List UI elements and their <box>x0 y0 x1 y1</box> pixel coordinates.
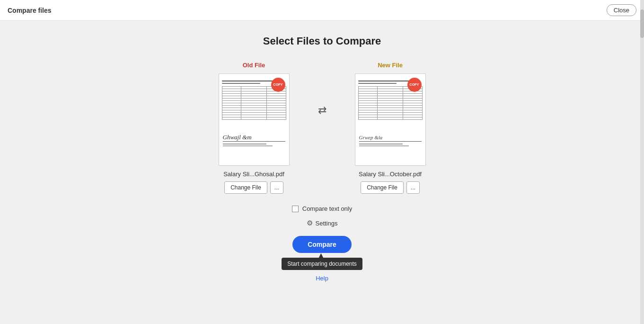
new-file-preview: COPY <box>355 73 426 166</box>
new-doc-signature: Grwep &la <box>359 135 422 146</box>
gear-icon: ⚙ <box>307 219 313 227</box>
old-file-panel: Old File COPY <box>219 62 290 194</box>
main-content: Select Files to Compare Old File COPY <box>0 21 644 324</box>
compare-text-only-checkbox[interactable] <box>292 206 299 212</box>
header: Compare files Close <box>0 0 644 21</box>
page-title: Select Files to Compare <box>263 35 381 47</box>
scrollbar[interactable] <box>640 0 644 324</box>
scrollbar-thumb <box>640 9 644 38</box>
settings-row[interactable]: ⚙ Settings <box>307 219 338 227</box>
compare-text-only-row: Compare text only <box>292 205 353 212</box>
new-change-file-button[interactable]: Change File <box>361 181 404 194</box>
new-file-name: Salary Sli...October.pdf <box>359 171 422 178</box>
old-file-preview-inner: COPY <box>219 74 289 165</box>
new-file-panel: New File COPY <box>355 62 426 194</box>
old-file-actions: Change File ... <box>224 181 283 194</box>
old-file-preview: COPY <box>219 73 290 166</box>
compare-section: Compare ▲ Start comparing documents <box>282 236 362 270</box>
compare-tooltip: Start comparing documents <box>282 258 362 270</box>
help-link[interactable]: Help <box>316 275 328 282</box>
old-change-file-button[interactable]: Change File <box>224 181 267 194</box>
old-file-label: Old File <box>243 62 265 69</box>
app-title: Compare files <box>8 7 52 14</box>
old-doc-signature: Ghwajl &m <box>223 134 285 146</box>
compare-text-only-label: Compare text only <box>302 205 353 212</box>
compare-button[interactable]: Compare <box>292 236 352 253</box>
new-file-label: New File <box>378 62 403 69</box>
new-more-options-button[interactable]: ... <box>406 181 420 194</box>
old-file-stamp: COPY <box>271 78 285 92</box>
old-more-options-button[interactable]: ... <box>270 181 283 194</box>
new-file-preview-inner: COPY <box>355 74 425 165</box>
close-button[interactable]: Close <box>607 4 636 16</box>
settings-label: Settings <box>316 220 338 227</box>
new-file-actions: Change File ... <box>361 181 420 194</box>
new-file-stamp: COPY <box>407 78 422 92</box>
swap-arrow: ⇄ <box>318 104 326 117</box>
old-file-name: Salary Sli...Ghosal.pdf <box>223 171 284 178</box>
files-row: Old File COPY <box>219 62 426 194</box>
